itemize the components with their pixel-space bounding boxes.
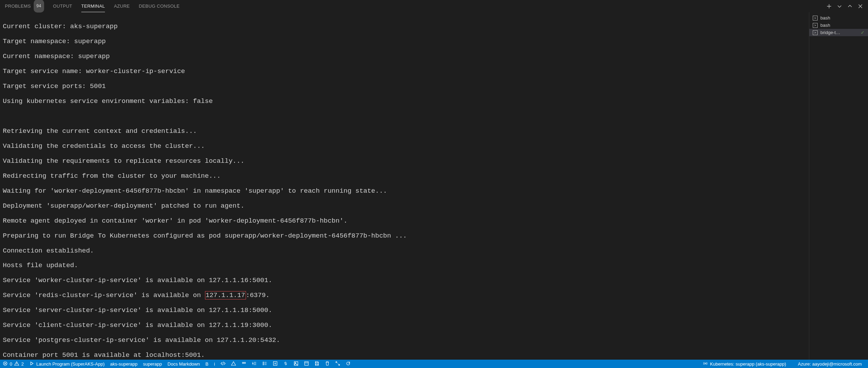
terminal-line: Validating the requirements to replicate… (3, 158, 806, 165)
terminal-line: Retrieving the current context and crede… (3, 128, 806, 135)
terminal-line: Service 'redis-cluster-ip-service' is av… (3, 292, 806, 299)
status-link-icon[interactable] (280, 360, 291, 368)
terminal-item-label: bridge-t… (820, 30, 840, 35)
alert-triangle-icon (231, 361, 236, 367)
terminal-line: Service 'worker-cluster-ip-service' is a… (3, 277, 806, 284)
trash-icon (325, 361, 330, 367)
status-save-icon[interactable] (312, 360, 322, 368)
terminal-line: Deployment 'superapp/worker-deployment' … (3, 202, 806, 210)
status-problems[interactable]: 0 2 (0, 360, 26, 368)
tab-azure[interactable]: AZURE (114, 0, 130, 12)
expand-icon (335, 361, 340, 367)
status-azure-account[interactable]: Azure: aayodeji@microsoft.com (795, 360, 865, 368)
status-i[interactable]: i (211, 360, 218, 368)
tab-debug-console[interactable]: DEBUG CONSOLE (139, 0, 180, 12)
status-quote-icon[interactable] (239, 360, 249, 368)
svg-point-6 (295, 362, 296, 363)
status-newfile-icon[interactable] (270, 360, 280, 368)
status-expand-icon[interactable] (333, 360, 343, 368)
chevron-down-icon[interactable] (837, 3, 842, 9)
tab-problems-label: PROBLEMS (5, 0, 31, 12)
broadcast-icon (703, 361, 708, 367)
svg-point-1 (263, 362, 264, 362)
terminal-line: Target service ports: 5001 (3, 83, 806, 90)
check-icon: ✓ (861, 30, 865, 35)
status-code-icon[interactable] (218, 360, 228, 368)
status-kubernetes[interactable]: Kubernetes: superapp (aks-superapp) (700, 360, 789, 368)
status-docs-markdown[interactable]: Docs Markdown (165, 360, 203, 368)
new-terminal-icon[interactable] (826, 3, 832, 9)
svg-point-8 (705, 363, 706, 364)
tab-problems[interactable]: PROBLEMS 94 (5, 0, 44, 12)
terminal-icon: > (813, 30, 818, 35)
terminal-line: Service 'client-cluster-ip-service' is a… (3, 322, 806, 329)
terminal-line: Current cluster: aks-superapp (3, 23, 806, 30)
status-namespace[interactable]: superapp (140, 360, 165, 368)
terminal-item-bash-2[interactable]: > bash (809, 22, 868, 29)
problems-count-badge: 94 (34, 0, 44, 13)
status-b[interactable]: B (203, 360, 211, 368)
status-bar: 0 2 Launch Program (SuperAKS-App) aks-su… (0, 360, 868, 368)
terminal-line: Connection established. (3, 247, 806, 255)
new-file-icon (273, 361, 278, 367)
close-icon[interactable] (858, 3, 863, 9)
image-icon (294, 361, 298, 367)
terminal-item-label: bash (820, 15, 830, 21)
quote-icon (241, 361, 246, 367)
terminal-icon: > (813, 23, 818, 28)
terminal-line: Remote agent deployed in container 'work… (3, 217, 806, 225)
terminal-line: Target service name: worker-cluster-ip-s… (3, 68, 806, 75)
terminal-line: Validating the credentials to access the… (3, 143, 806, 150)
terminal-line: Current namespace: superapp (3, 53, 806, 60)
preview-icon (304, 361, 309, 367)
warning-icon (14, 361, 19, 367)
terminal-item-bridge[interactable]: > bridge-t… ✓ (809, 29, 868, 36)
refresh-icon (346, 361, 351, 367)
terminal-line (3, 113, 806, 120)
highlighted-ip: 127.1.1.17 (205, 291, 246, 299)
terminal-line: Waiting for 'worker-deployment-6456f877b… (3, 187, 806, 195)
list-bullet-icon (262, 361, 267, 367)
status-image-icon[interactable] (291, 360, 301, 368)
link-icon (283, 361, 288, 367)
svg-point-3 (263, 364, 264, 365)
status-alert-icon[interactable] (228, 360, 239, 368)
debug-icon (29, 361, 34, 367)
terminal-line: Hosts file updated. (3, 262, 806, 269)
status-bullet-icon[interactable] (260, 360, 270, 368)
terminal-line: Service 'postgres-cluster-ip-service' is… (3, 337, 806, 344)
terminal-line: Preparing to run Bridge To Kubernetes co… (3, 232, 806, 240)
terminal-line: Target namespace: superapp (3, 38, 806, 45)
chevron-up-icon[interactable] (847, 3, 853, 9)
terminal-line: Using kubernetes service environment var… (3, 98, 806, 105)
error-icon (3, 361, 8, 367)
terminal-icon: > (813, 16, 818, 21)
status-list-icon[interactable] (249, 360, 260, 368)
panel-tabs: PROBLEMS 94 OUTPUT TERMINAL AZURE DEBUG … (0, 0, 868, 12)
terminal-line: Service 'server-cluster-ip-service' is a… (3, 307, 806, 314)
svg-rect-7 (305, 361, 309, 365)
tab-output[interactable]: OUTPUT (53, 0, 72, 12)
status-preview-icon[interactable] (301, 360, 312, 368)
terminal-item-label: bash (820, 23, 830, 28)
terminal-output[interactable]: Current cluster: aks-superapp Target nam… (0, 12, 809, 360)
terminal-list: > bash > bash > bridge-t… ✓ (809, 12, 868, 360)
terminal-item-bash-1[interactable]: > bash (809, 14, 868, 22)
terminal-line: Redirecting traffic from the cluster to … (3, 173, 806, 180)
list-numbered-icon (252, 361, 257, 367)
status-launch[interactable]: Launch Program (SuperAKS-App) (26, 360, 107, 368)
svg-point-2 (263, 363, 264, 364)
status-cluster[interactable]: aks-superapp (107, 360, 140, 368)
status-refresh-icon[interactable] (343, 360, 353, 368)
code-icon (221, 361, 226, 367)
terminal-line: Container port 5001 is available at loca… (3, 352, 806, 359)
status-trash-icon[interactable] (322, 360, 333, 368)
tab-terminal[interactable]: TERMINAL (81, 0, 105, 12)
save-icon (314, 361, 319, 367)
